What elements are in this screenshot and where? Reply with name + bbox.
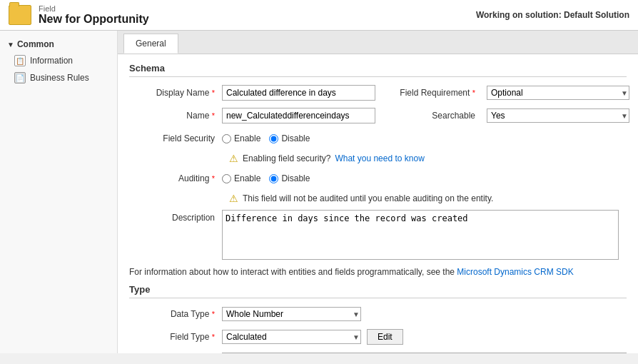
description-label: Description (129, 210, 222, 223)
header-title-area: Field New for Opportunity (39, 4, 149, 26)
sidebar-item-business-rules[interactable]: 📄 Business Rules (0, 69, 117, 86)
field-security-row: Field Security Enable Disable (129, 130, 627, 147)
field-requirement-select-wrapper: Optional Business Recommended Business R… (487, 86, 629, 100)
auditing-label: Auditing * (129, 173, 222, 183)
information-icon: 📋 (14, 55, 26, 66)
folder-icon (9, 5, 31, 25)
format-row: Format None ▼ (129, 351, 627, 353)
auditing-disable-radio[interactable] (269, 174, 278, 183)
field-requirement-group: Field Requirement * Optional Business Re… (395, 86, 629, 100)
field-security-warning-link[interactable]: What you need to know (335, 153, 424, 163)
tab-general[interactable]: General (123, 34, 178, 54)
display-name-required: * (212, 89, 215, 97)
description-row: Description (129, 210, 627, 260)
header-bar: Field New for Opportunity Working on sol… (0, 0, 638, 31)
name-input[interactable] (222, 108, 375, 123)
field-security-control: Enable Disable (222, 133, 627, 143)
auditing-enable-label[interactable]: Enable (222, 173, 260, 183)
warning-icon: ⚠ (229, 153, 238, 164)
data-type-control: Whole Number Single Line of Text Option … (222, 307, 627, 321)
description-textarea[interactable] (222, 210, 619, 260)
field-security-enable-label[interactable]: Enable (222, 133, 260, 143)
sdk-info-row: For information about how to interact wi… (129, 267, 627, 277)
header-subtitle: Field (39, 4, 149, 13)
sidebar-item-label-information: Information (30, 56, 73, 66)
sidebar-item-information[interactable]: 📋 Information (0, 52, 117, 69)
field-type-select-wrapper: Simple Calculated Rollup ▼ (222, 330, 361, 344)
content-area: General Schema Display Name * Field Requ… (118, 31, 638, 353)
data-type-row: Data Type * Whole Number Single Line of … (129, 305, 627, 323)
auditing-warning-icon: ⚠ (229, 193, 238, 204)
searchable-select[interactable]: Yes No (487, 108, 629, 123)
field-requirement-required: * (472, 89, 475, 97)
display-name-label: Display Name * (129, 88, 222, 98)
field-security-disable-label[interactable]: Disable (269, 133, 310, 143)
sidebar-item-label-business-rules: Business Rules (30, 73, 89, 83)
tabs-bar: General (118, 31, 638, 54)
field-requirement-select[interactable]: Optional Business Recommended Business R… (487, 86, 629, 100)
searchable-group: Searchable Yes No ▼ (395, 108, 629, 123)
field-type-select[interactable]: Simple Calculated Rollup (222, 330, 361, 344)
auditing-required: * (212, 174, 215, 183)
format-select[interactable]: None (222, 353, 627, 353)
format-control: None ▼ (222, 353, 627, 353)
field-type-control: Simple Calculated Rollup ▼ Edit (222, 329, 627, 345)
type-section-title: Type (129, 284, 627, 298)
header-title: New for Opportunity (39, 13, 149, 26)
header-left: Field New for Opportunity (9, 4, 149, 26)
form-content: Schema Display Name * Field Requirement … (118, 54, 638, 353)
format-select-wrapper: None ▼ (222, 353, 627, 353)
auditing-radio-group: Enable Disable (222, 173, 310, 183)
main-layout: ▼ Common 📋 Information 📄 Business Rules … (0, 31, 638, 353)
sidebar-section-header: ▼ Common (0, 36, 117, 52)
field-security-warning-text: Enabling field security? (243, 153, 330, 163)
data-type-select-wrapper: Whole Number Single Line of Text Option … (222, 307, 361, 321)
edit-button[interactable]: Edit (367, 329, 403, 345)
field-type-row: Field Type * Simple Calculated Rollup ▼ … (129, 328, 627, 345)
field-type-required: * (212, 333, 215, 341)
name-control: Searchable Yes No ▼ (222, 108, 629, 123)
field-security-disable-radio[interactable] (269, 134, 278, 143)
auditing-warning-text: This field will not be audited until you… (243, 193, 493, 203)
field-type-label: Field Type * (129, 332, 222, 342)
display-name-row: Display Name * Field Requirement * Optio… (129, 84, 627, 101)
auditing-enable-radio[interactable] (222, 174, 231, 183)
field-security-radio-group: Enable Disable (222, 133, 310, 143)
auditing-row: Auditing * Enable Disable (129, 170, 627, 187)
field-security-enable-radio[interactable] (222, 134, 231, 143)
description-control (222, 210, 627, 260)
display-name-control: Field Requirement * Optional Business Re… (222, 85, 629, 101)
sdk-link[interactable]: Microsoft Dynamics CRM SDK (457, 267, 573, 277)
data-type-label: Data Type * (129, 309, 222, 319)
data-type-select[interactable]: Whole Number Single Line of Text Option … (222, 307, 361, 321)
field-requirement-label: Field Requirement * (395, 88, 481, 98)
chevron-down-icon: ▼ (7, 41, 14, 49)
schema-section-title: Schema (129, 63, 627, 77)
display-name-input[interactable] (222, 85, 375, 101)
auditing-disable-label[interactable]: Disable (269, 173, 310, 183)
sidebar: ▼ Common 📋 Information 📄 Business Rules (0, 31, 118, 353)
name-label: Name * (129, 111, 222, 121)
searchable-select-wrapper: Yes No ▼ (487, 108, 629, 123)
field-security-label: Field Security (129, 133, 222, 143)
field-security-warning-row: ⚠ Enabling field security? What you need… (229, 153, 627, 164)
sidebar-section-label: Common (17, 39, 54, 49)
name-required: * (212, 111, 215, 120)
data-type-required: * (212, 310, 215, 318)
searchable-label: Searchable (395, 111, 481, 121)
auditing-warning-row: ⚠ This field will not be audited until y… (229, 193, 627, 204)
auditing-control: Enable Disable (222, 173, 627, 183)
name-row: Name * Searchable Yes No (129, 107, 627, 124)
working-on-label: Working on solution: Default Solution (476, 10, 629, 20)
business-rules-icon: 📄 (14, 72, 26, 84)
